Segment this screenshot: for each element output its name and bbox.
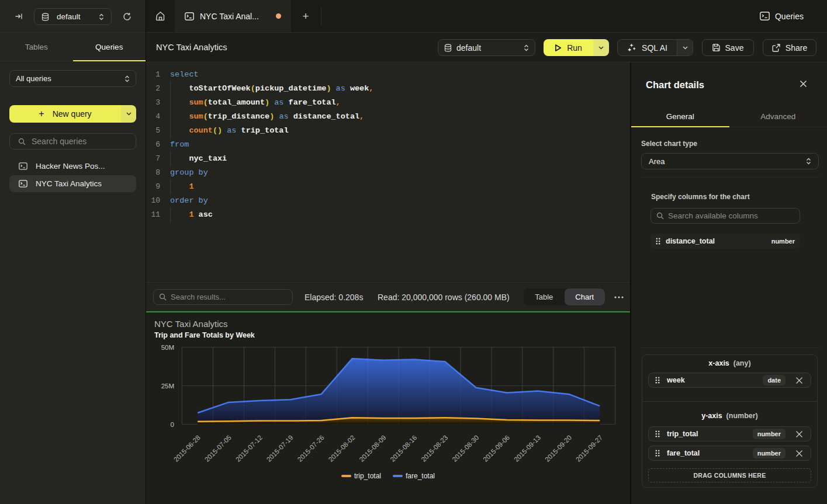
svg-text:2015-06-28: 2015-06-28: [172, 434, 202, 463]
svg-text:25M: 25M: [161, 383, 174, 390]
svg-text:2015-08-16: 2015-08-16: [389, 434, 418, 463]
svg-text:2015-07-26: 2015-07-26: [296, 434, 326, 463]
svg-text:2015-07-19: 2015-07-19: [265, 434, 295, 463]
svg-text:2015-08-30: 2015-08-30: [451, 434, 480, 463]
svg-text:2015-09-06: 2015-09-06: [482, 434, 511, 463]
svg-text:2015-07-05: 2015-07-05: [203, 434, 233, 463]
svg-text:2015-09-13: 2015-09-13: [513, 434, 542, 463]
svg-text:2015-08-09: 2015-08-09: [358, 434, 387, 463]
svg-text:2015-08-02: 2015-08-02: [327, 434, 357, 463]
svg-text:2015-07-12: 2015-07-12: [234, 434, 264, 463]
svg-text:2015-08-23: 2015-08-23: [420, 434, 449, 463]
svg-text:2015-09-27: 2015-09-27: [575, 434, 604, 463]
svg-text:2015-09-20: 2015-09-20: [544, 434, 573, 463]
svg-text:0: 0: [171, 421, 174, 428]
svg-text:50M: 50M: [161, 344, 174, 351]
